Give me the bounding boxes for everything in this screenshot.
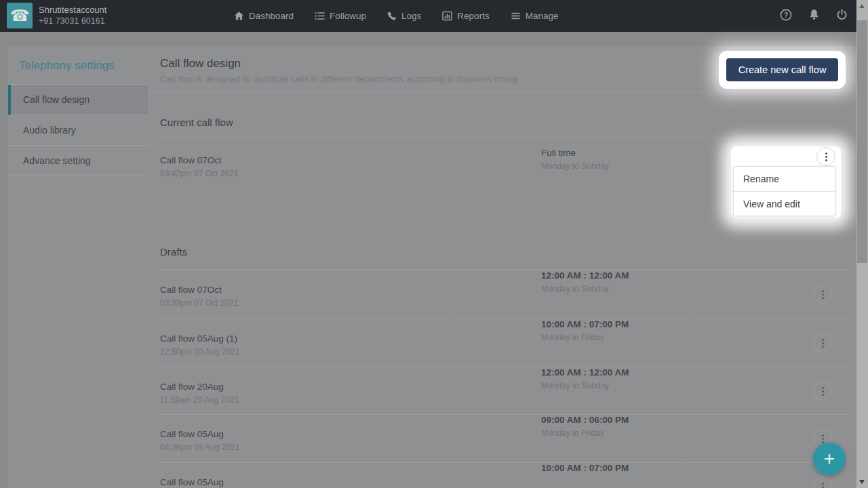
scroll-down-arrow-icon[interactable] (859, 480, 865, 484)
call-flow-date: 04:36pm 05 Aug 2021 (160, 443, 848, 452)
main-nav: Dashboard Followup Logs Reports (234, 0, 558, 32)
call-flow-date: 12:50pm 20 Aug 2021 (160, 347, 848, 357)
context-menu-item-view-and-edit[interactable]: View and edit (734, 191, 835, 216)
section-divider (160, 269, 848, 270)
row-kebab-menu-icon[interactable] (813, 285, 832, 304)
call-flow-days: Monday to Friday (541, 428, 717, 438)
account-info: Shrutitestaccount +91 73031 60161 (39, 4, 106, 27)
nav-label: Dashboard (249, 11, 294, 21)
call-flow-date: 03:39pm 07 Oct 2021 (160, 298, 848, 308)
call-flow-days: Monday to Sunday (541, 161, 717, 171)
menu-icon (511, 11, 521, 21)
call-flow-timing: 12:00 AM : 12:00 AM (541, 367, 717, 378)
navbar-right-icons: ? (780, 0, 848, 32)
nav-item-reports[interactable]: Reports (442, 11, 489, 21)
help-icon[interactable]: ? (780, 9, 792, 24)
list-icon (315, 11, 325, 21)
bar-chart-icon (442, 11, 452, 21)
create-new-call-flow-button[interactable]: Create new call flow (726, 58, 838, 81)
home-icon (234, 11, 244, 21)
call-flow-name: Call flow 07Oct (160, 285, 848, 295)
draft-row: Call flow 05Aug 10:00 AM : 07:00 PM (160, 462, 848, 488)
account-name: Shrutitestaccount (39, 4, 106, 16)
sidebar-item-call-flow-design[interactable]: Call flow design (8, 85, 148, 115)
call-flow-name: Call flow 20Aug (160, 382, 848, 392)
sidebar-item-audio-library[interactable]: Audio library (8, 115, 148, 146)
scroll-up-arrow-icon[interactable] (859, 4, 865, 8)
call-flow-name: Call flow 05Aug (160, 429, 848, 439)
nav-label: Followup (330, 11, 366, 21)
bell-icon[interactable] (808, 9, 820, 23)
nav-label: Manage (526, 11, 559, 21)
svg-text:?: ? (784, 11, 788, 18)
draft-row: Call flow 07Oct 03:39pm 07 Oct 2021 12:0… (160, 270, 848, 308)
phone-icon: ☎ (7, 3, 33, 28)
settings-sidebar: Telephony settings Call flow design Audi… (8, 46, 148, 488)
call-flow-timing: 09:00 AM : 06:00 PM (541, 415, 717, 425)
nav-label: Reports (457, 11, 489, 21)
current-call-flow-heading: Current call flow (160, 117, 233, 128)
nav-item-logs[interactable]: Logs (387, 11, 421, 21)
draft-row: Call flow 05Aug (1) 12:50pm 20 Aug 2021 … (160, 319, 848, 357)
call-flow-date: 11:59am 20 Aug 2021 (160, 395, 848, 405)
call-flow-name: Call flow 05Aug (160, 477, 848, 487)
account-menu[interactable]: ☎ Shrutitestaccount +91 73031 60161 (7, 3, 106, 28)
call-flow-days: Monday to Sunday (541, 284, 717, 293)
section-divider (160, 138, 848, 138)
plus-icon: + (824, 449, 835, 468)
sidebar-item-advance-setting[interactable]: Advance setting (8, 146, 148, 176)
call-flow-days: Monday to Friday (541, 333, 717, 342)
context-menu-spotlight: Rename View and edit (731, 146, 841, 218)
account-phone: +91 73031 60161 (39, 16, 106, 27)
nav-item-dashboard[interactable]: Dashboard (234, 11, 294, 21)
row-kebab-menu-icon[interactable] (813, 382, 832, 401)
call-flow-days: Monday to Sunday (541, 381, 717, 390)
nav-item-followup[interactable]: Followup (315, 11, 366, 21)
nav-item-manage[interactable]: Manage (511, 11, 559, 21)
scrollbar-thumb[interactable] (857, 20, 867, 263)
sidebar-title: Telephony settings (8, 46, 148, 85)
drafts-heading: Drafts (160, 246, 187, 258)
phone-handset-icon (387, 12, 397, 21)
add-call-flow-fab[interactable]: + (813, 443, 846, 475)
call-flow-timing-block: Full time Monday to Sunday (541, 148, 717, 171)
nav-label: Logs (401, 11, 421, 21)
call-flow-timing: 10:00 AM : 07:00 PM (541, 463, 717, 473)
context-menu-item-rename[interactable]: Rename (734, 167, 835, 191)
power-icon[interactable] (836, 9, 848, 23)
current-row-kebab-menu-icon[interactable] (816, 147, 835, 166)
row-kebab-menu-icon[interactable] (813, 333, 832, 352)
main-panel: Call flow design Call flow is designed t… (148, 46, 856, 488)
call-flow-timing: Full time (541, 148, 717, 158)
call-flow-timing: 12:00 AM : 12:00 AM (541, 270, 717, 281)
top-navbar: ☎ Shrutitestaccount +91 73031 60161 Dash… (0, 0, 868, 32)
app-window: ☎ Shrutitestaccount +91 73031 60161 Dash… (0, 0, 868, 488)
vertical-scrollbar[interactable] (856, 0, 868, 488)
draft-row: Call flow 20Aug 11:59am 20 Aug 2021 12:0… (160, 367, 848, 405)
call-flow-name: Call flow 05Aug (1) (160, 333, 848, 344)
call-flow-timing: 10:00 AM : 07:00 PM (541, 319, 717, 329)
context-menu: Rename View and edit (733, 166, 835, 216)
draft-row: Call flow 05Aug 04:36pm 05 Aug 2021 09:0… (160, 414, 848, 452)
